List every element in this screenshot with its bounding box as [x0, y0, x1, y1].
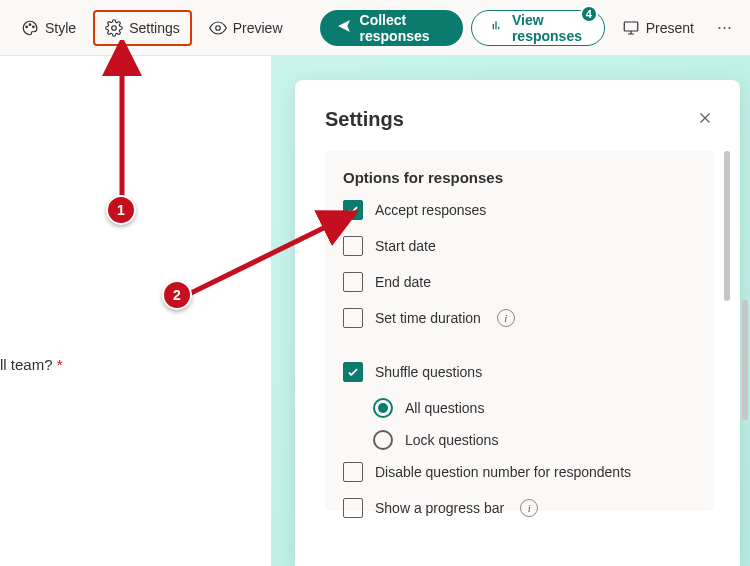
view-responses-button[interactable]: View responses 4	[471, 10, 605, 46]
opt-label: Shuffle questions	[375, 364, 482, 380]
style-button[interactable]: Style	[12, 10, 85, 46]
view-label: View responses	[512, 12, 588, 44]
close-button[interactable]	[696, 109, 714, 131]
opt-progress-bar[interactable]: Show a progress bar i	[343, 498, 696, 518]
info-icon[interactable]: i	[497, 309, 515, 327]
svg-point-1	[29, 23, 31, 25]
checkbox-shuffle[interactable]	[343, 362, 363, 382]
checkbox-accept[interactable]	[343, 200, 363, 220]
opt-label: All questions	[405, 400, 484, 416]
checkbox-disable-num[interactable]	[343, 462, 363, 482]
radio-all[interactable]	[373, 398, 393, 418]
radio-lock[interactable]	[373, 430, 393, 450]
section-title: Options for responses	[343, 169, 696, 186]
svg-point-4	[215, 25, 220, 30]
toolbar: Style Settings Preview Collect responses…	[0, 0, 750, 56]
present-button[interactable]: Present	[613, 10, 703, 46]
present-icon	[622, 19, 640, 37]
ellipsis-icon: ···	[717, 17, 732, 37]
panel-body: Options for responses Accept responses S…	[325, 151, 714, 511]
page-scrollbar[interactable]	[742, 300, 748, 420]
content-area: ll team? * Settings Options for response…	[0, 56, 750, 566]
collect-responses-button[interactable]: Collect responses	[320, 10, 463, 46]
settings-panel: Settings Options for responses Accept re…	[295, 80, 740, 566]
settings-button[interactable]: Settings	[93, 10, 192, 46]
eye-icon	[209, 19, 227, 37]
info-icon[interactable]: i	[520, 499, 538, 517]
opt-label: Start date	[375, 238, 436, 254]
form-canvas: ll team? *	[0, 56, 271, 566]
svg-point-2	[33, 26, 35, 28]
preview-label: Preview	[233, 20, 283, 36]
more-button[interactable]: ···	[711, 17, 738, 38]
svg-point-0	[26, 26, 28, 28]
gear-icon	[105, 19, 123, 37]
panel-title: Settings	[325, 108, 404, 131]
opt-label: Disable question number for respondents	[375, 464, 631, 480]
opt-label: Show a progress bar	[375, 500, 504, 516]
radio-all-questions[interactable]: All questions	[373, 398, 696, 418]
present-label: Present	[646, 20, 694, 36]
close-icon	[696, 113, 714, 130]
opt-label: Set time duration	[375, 310, 481, 326]
style-label: Style	[45, 20, 76, 36]
svg-rect-5	[624, 22, 638, 31]
checkbox-duration[interactable]	[343, 308, 363, 328]
checkbox-end[interactable]	[343, 272, 363, 292]
palette-icon	[21, 19, 39, 37]
svg-point-3	[112, 25, 117, 30]
checkbox-start[interactable]	[343, 236, 363, 256]
settings-panel-backdrop: Settings Options for responses Accept re…	[271, 56, 750, 566]
radio-lock-questions[interactable]: Lock questions	[373, 430, 696, 450]
opt-disable-question-number[interactable]: Disable question number for respondents	[343, 462, 696, 482]
opt-start-date[interactable]: Start date	[343, 236, 696, 256]
opt-label: Accept responses	[375, 202, 486, 218]
opt-shuffle-questions[interactable]: Shuffle questions	[343, 362, 696, 382]
opt-end-date[interactable]: End date	[343, 272, 696, 292]
opt-label: End date	[375, 274, 431, 290]
opt-time-duration[interactable]: Set time duration i	[343, 308, 696, 328]
send-icon	[336, 18, 352, 37]
settings-label: Settings	[129, 20, 180, 36]
opt-accept-responses[interactable]: Accept responses	[343, 200, 696, 220]
required-mark: *	[57, 356, 63, 373]
preview-button[interactable]: Preview	[200, 10, 292, 46]
checkbox-progress[interactable]	[343, 498, 363, 518]
question-text-fragment: ll team? *	[0, 356, 63, 373]
panel-scrollbar[interactable]	[724, 151, 730, 301]
chart-icon	[488, 18, 504, 37]
response-count-badge: 4	[580, 5, 598, 23]
collect-label: Collect responses	[360, 12, 447, 44]
opt-label: Lock questions	[405, 432, 498, 448]
